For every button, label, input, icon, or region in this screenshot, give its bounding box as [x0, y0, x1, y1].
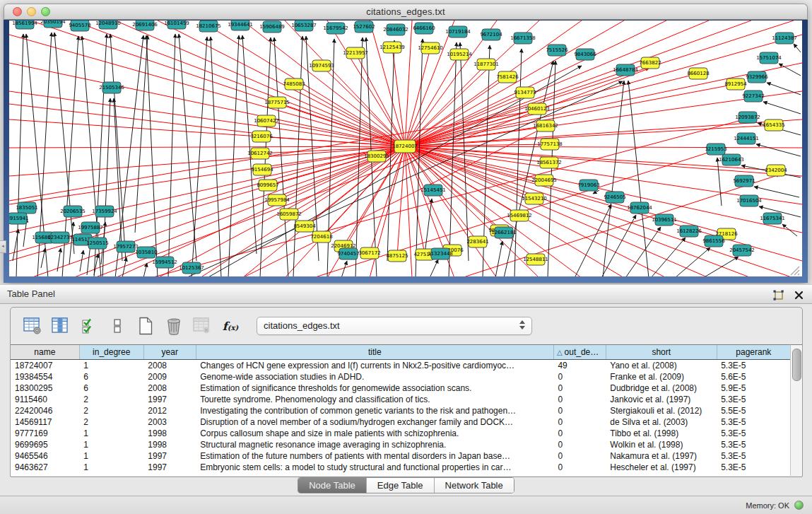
cell-title[interactable]: Structural magnetic resonance image aver…	[196, 439, 553, 450]
row-height-icon[interactable]	[105, 315, 129, 337]
network-node[interactable]: 11543210	[522, 193, 547, 204]
network-node[interactable]: 12754610	[418, 42, 443, 54]
cell-in_degree[interactable]: 2	[79, 416, 143, 428]
cell-year[interactable]: 1998	[143, 428, 196, 439]
network-node[interactable]: 18561994	[12, 21, 37, 29]
cell-short[interactable]: Jankovic et al. (1997)	[606, 394, 717, 405]
network-node[interactable]: 10460123	[524, 103, 550, 115]
network-node[interactable]: 15906489	[259, 21, 285, 33]
table-row[interactable]: 1938455462009Genome-wide association stu…	[11, 371, 791, 382]
cell-year[interactable]: 2012	[143, 405, 196, 416]
cell-title[interactable]: Changes of HCN gene expression and I(f) …	[196, 360, 553, 372]
network-node[interactable]: 20846032	[383, 24, 408, 35]
cell-name[interactable]: 9465546	[11, 450, 79, 462]
cell-pagerank[interactable]: 5.3E-5	[717, 394, 790, 405]
network-node[interactable]: 8912954	[724, 78, 747, 90]
network-node[interactable]: 12093872	[735, 112, 760, 123]
network-node[interactable]: 10974593	[309, 60, 334, 71]
cell-short[interactable]: Dudbridge et al. (2008)	[606, 382, 717, 394]
network-node[interactable]: 11877301	[473, 59, 499, 70]
cell-year[interactable]: 1997	[143, 394, 196, 405]
cell-year[interactable]: 2008	[143, 360, 196, 372]
network-hub-node[interactable]: 18724007	[392, 140, 418, 153]
cell-pagerank[interactable]: 5.3E-5	[717, 462, 790, 473]
network-node[interactable]: 1527602	[353, 21, 375, 33]
cell-name[interactable]: 18300295	[11, 382, 79, 394]
network-node[interactable]: 16648784	[613, 64, 638, 76]
network-node[interactable]: 10195214	[447, 49, 472, 60]
network-node[interactable]: 3915941	[9, 213, 29, 224]
cell-in_degree[interactable]: 6	[79, 382, 143, 394]
cell-title[interactable]: Genome-wide association studies in ADHD.	[196, 371, 553, 382]
table-row[interactable]: 911546021997Tourette syndrome. Phenomeno…	[11, 394, 791, 405]
column-header-in_degree[interactable]: in_degree	[79, 345, 143, 360]
network-node[interactable]: 15751074	[756, 52, 782, 64]
cell-pagerank[interactable]: 5.3E-5	[717, 450, 790, 462]
table-selector-dropdown[interactable]: citations_edges.txt	[257, 317, 532, 335]
tab-network-table[interactable]: Network Table	[435, 478, 514, 493]
tab-node-table[interactable]: Node Table	[298, 478, 367, 493]
network-node[interactable]: 9329966	[746, 71, 768, 83]
network-node[interactable]: 10719184	[445, 26, 471, 37]
column-header-year[interactable]: year	[143, 345, 196, 360]
cell-in_degree[interactable]: 2	[79, 405, 143, 416]
window-titlebar[interactable]: citations_edges.txt	[4, 4, 808, 20]
cell-in_degree[interactable]: 1	[79, 428, 143, 439]
function-builder-icon[interactable]: f(x)	[218, 315, 242, 337]
cell-out_de[interactable]: 0	[553, 462, 606, 473]
network-node[interactable]: 5692971	[733, 175, 755, 187]
cell-title[interactable]: Estimation of the future numbers of pati…	[196, 450, 553, 462]
network-node[interactable]: 6466160	[413, 23, 435, 34]
network-node[interactable]: 9861556	[702, 235, 725, 247]
column-header-short[interactable]: short	[606, 345, 717, 360]
network-node[interactable]: 1250515	[86, 238, 108, 249]
network-node[interactable]: 22004695	[531, 175, 557, 186]
network-node[interactable]: 18561372	[536, 157, 562, 168]
network-node[interactable]: 15145451	[420, 185, 446, 196]
cell-title[interactable]: Disruption of a novel member of a sodium…	[196, 416, 553, 428]
cell-short[interactable]: Tibbo et al. (1998)	[606, 428, 717, 439]
network-node[interactable]: 7919063	[577, 180, 599, 191]
network-node[interactable]: 10612742	[247, 148, 273, 159]
network-node[interactable]: 15469812	[507, 210, 532, 221]
network-node[interactable]: 12662181	[491, 227, 517, 238]
cell-name[interactable]: 14569117	[11, 416, 79, 428]
zoom-window-button[interactable]	[41, 7, 50, 16]
cell-out_de[interactable]: 0	[553, 394, 606, 405]
cell-short[interactable]: Franke et al. (2009)	[606, 371, 717, 382]
network-node[interactable]: 3215953	[705, 144, 726, 155]
cell-pagerank[interactable]: 5.9E-5	[717, 382, 790, 394]
cell-pagerank[interactable]: 5.6E-5	[717, 371, 790, 382]
cell-name[interactable]: 9115460	[11, 394, 79, 405]
network-node[interactable]: 10607427	[254, 115, 279, 127]
cell-name[interactable]: 19384554	[11, 371, 79, 382]
table-row[interactable]: 977716911998Corpus callosum shape and si…	[11, 428, 791, 439]
network-node[interactable]: 9246505	[604, 192, 625, 203]
network-node[interactable]: 16816342	[533, 120, 558, 132]
cell-title[interactable]: Corpus callosum shape and size in male p…	[196, 428, 553, 439]
network-node[interactable]: 19975887	[78, 222, 103, 233]
network-node[interactable]: 16210643	[719, 154, 744, 165]
network-node[interactable]: 9405578	[69, 21, 90, 31]
column-header-out_de[interactable]: △out_de…	[553, 345, 606, 360]
cell-out_de[interactable]: 0	[553, 416, 606, 428]
network-node[interactable]: 12125439	[379, 42, 405, 53]
close-window-button[interactable]	[13, 7, 22, 16]
column-visibility-icon[interactable]	[49, 315, 73, 337]
cell-in_degree[interactable]: 6	[79, 371, 143, 382]
tab-edge-table[interactable]: Edge Table	[367, 478, 435, 493]
network-node[interactable]: 9134773	[514, 87, 536, 98]
close-panel-icon[interactable]	[794, 291, 804, 300]
cell-out_de[interactable]: 0	[553, 371, 606, 382]
network-node[interactable]: 19957984	[264, 194, 290, 206]
network-node[interactable]: 1035810	[135, 247, 157, 258]
table-mode-settings-icon[interactable]	[20, 315, 45, 337]
cell-title[interactable]: Tourette syndrome. Phenomenology and cla…	[196, 394, 553, 405]
cell-year[interactable]: 1997	[143, 450, 196, 462]
network-node[interactable]: 7485083	[283, 78, 305, 90]
network-node[interactable]: 2342004	[765, 165, 787, 176]
network-node[interactable]: 12548811	[523, 254, 548, 265]
cell-year[interactable]: 1997	[143, 462, 196, 473]
network-node[interactable]: 4875125	[386, 250, 408, 262]
table-row[interactable]: 1830029562008Estimation of significance …	[11, 382, 791, 394]
